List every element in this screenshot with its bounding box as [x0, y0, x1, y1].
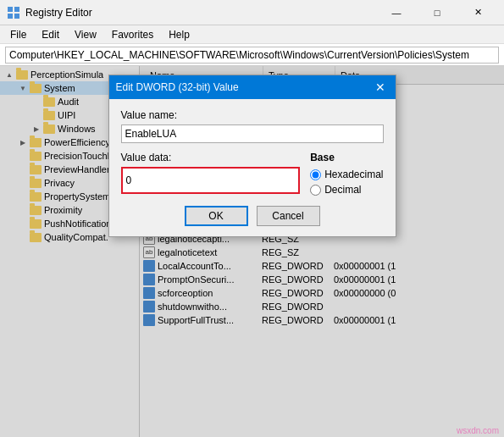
edit-dword-dialog: Edit DWORD (32-bit) Value ✕ Value name: …: [108, 75, 396, 237]
minimize-button[interactable]: —: [377, 0, 416, 25]
dialog-buttons: OK Cancel: [121, 206, 384, 226]
app-title: Registry Editor: [25, 7, 92, 19]
value-data-wrap: Value data:: [121, 152, 301, 196]
dialog-data-row: Value data: Base Hexadecimal Decimal: [121, 152, 384, 196]
svg-rect-0: [8, 7, 13, 12]
maximize-button[interactable]: □: [418, 0, 457, 25]
address-bar: [0, 44, 504, 66]
hex-label: Hexadecimal: [324, 169, 383, 180]
menu-help[interactable]: Help: [162, 27, 197, 42]
dialog-overlay: Edit DWORD (32-bit) Value ✕ Value name: …: [0, 66, 504, 437]
base-label: Base: [310, 152, 383, 163]
menu-bar: File Edit View Favorites Help: [0, 25, 504, 44]
svg-rect-2: [8, 14, 13, 19]
dec-radio-label[interactable]: Decimal: [310, 184, 383, 196]
menu-favorites[interactable]: Favorites: [105, 27, 160, 42]
value-name-label: Value name:: [121, 109, 384, 121]
dec-radio[interactable]: [310, 185, 321, 196]
hex-radio-label[interactable]: Hexadecimal: [310, 169, 383, 180]
menu-edit[interactable]: Edit: [35, 27, 66, 42]
dialog-title-bar: Edit DWORD (32-bit) Value ✕: [109, 75, 396, 99]
menu-file[interactable]: File: [3, 27, 33, 42]
menu-view[interactable]: View: [68, 27, 103, 42]
dec-label: Decimal: [324, 184, 361, 196]
dialog-close-button[interactable]: ✕: [372, 79, 389, 96]
close-button[interactable]: ✕: [458, 0, 497, 25]
value-data-label: Value data:: [121, 152, 301, 163]
value-data-input[interactable]: [121, 167, 301, 194]
address-input[interactable]: [5, 47, 499, 64]
svg-rect-1: [14, 7, 19, 12]
app-icon: [7, 6, 20, 19]
title-bar: Registry Editor — □ ✕: [0, 0, 504, 25]
base-group: Base Hexadecimal Decimal: [310, 152, 383, 196]
watermark: wsxdn.com: [457, 426, 499, 435]
cancel-button[interactable]: Cancel: [257, 206, 320, 226]
ok-button[interactable]: OK: [185, 206, 248, 226]
svg-rect-3: [14, 14, 19, 19]
value-name-input[interactable]: [121, 124, 384, 143]
dialog-body: Value name: Value data: Base Hexadecimal: [109, 99, 396, 236]
dialog-title: Edit DWORD (32-bit) Value: [116, 81, 239, 93]
hex-radio[interactable]: [310, 169, 321, 180]
main-content: ▲ PerceptionSimula ▼ System Audit UIPI ▶…: [0, 66, 504, 437]
